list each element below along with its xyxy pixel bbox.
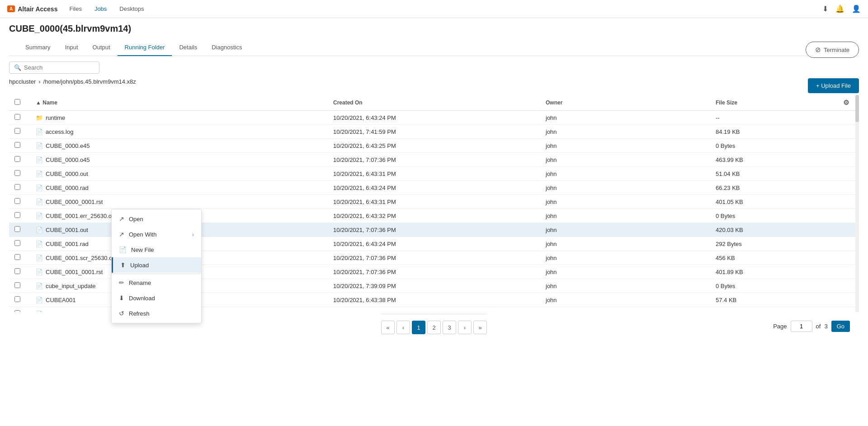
row-checkbox[interactable] <box>14 226 20 232</box>
page-label: Page <box>773 323 787 330</box>
page-number-input[interactable] <box>791 321 812 332</box>
row-checkbox-cell[interactable] <box>9 209 30 223</box>
th-select-all[interactable] <box>9 95 30 111</box>
tab-output[interactable]: Output <box>85 39 118 56</box>
scrollbar-thumb[interactable] <box>855 95 859 122</box>
context-item-icon: ✏ <box>119 279 124 286</box>
row-checkbox-cell[interactable] <box>9 139 30 153</box>
table-row[interactable]: 📄CUBE_0000.e45 10/20/2021, 6:43:25 PM jo… <box>9 139 859 153</box>
row-checkbox-cell[interactable] <box>9 223 30 237</box>
context-item-label: Download <box>129 295 155 302</box>
row-created: 10/20/2021, 7:07:36 PM <box>328 223 540 237</box>
tab-summary[interactable]: Summary <box>18 39 58 56</box>
row-created: 10/20/2021, 6:43:24 PM <box>328 237 540 251</box>
tab-running-folder[interactable]: Running Folder <box>118 39 172 56</box>
download-icon[interactable]: ⬇ <box>822 5 828 13</box>
row-name[interactable]: 📄CUBE_0000_0001.rst <box>30 195 328 209</box>
page-3[interactable]: 3 <box>443 321 456 334</box>
row-name[interactable]: 📄CUBE_0000.rad <box>30 181 328 195</box>
row-checkbox[interactable] <box>14 198 20 204</box>
row-checkbox[interactable] <box>14 114 20 120</box>
row-owner: john <box>540 265 710 279</box>
terminate-icon: ⊘ <box>815 46 821 54</box>
th-created[interactable]: Created On <box>328 95 540 111</box>
row-checkbox-cell[interactable] <box>9 279 30 293</box>
file-icon: 📄 <box>36 213 43 219</box>
row-checkbox-cell[interactable] <box>9 293 30 307</box>
nav-desktops[interactable]: Desktops <box>118 4 145 14</box>
file-icon: 📄 <box>36 297 43 303</box>
row-checkbox[interactable] <box>14 170 20 176</box>
context-menu-item-open-with[interactable]: ↗ Open With › <box>112 227 201 242</box>
row-checkbox-cell[interactable] <box>9 307 30 312</box>
row-checkbox-cell[interactable] <box>9 167 30 181</box>
row-checkbox[interactable] <box>14 142 20 148</box>
row-owner: john <box>540 139 710 153</box>
search-input[interactable] <box>24 64 94 71</box>
row-checkbox[interactable] <box>14 128 20 134</box>
table-row[interactable]: 📄CUBE_0000.out 10/20/2021, 6:43:31 PM jo… <box>9 167 859 181</box>
row-checkbox[interactable] <box>14 254 20 260</box>
row-checkbox-cell[interactable] <box>9 195 30 209</box>
row-checkbox-cell[interactable] <box>9 237 30 251</box>
row-checkbox-cell[interactable] <box>9 111 30 125</box>
scrollbar-track[interactable] <box>855 95 859 312</box>
table-row[interactable]: 📄CUBE_0000_0001.rst 10/20/2021, 6:43:31 … <box>9 195 859 209</box>
page-2[interactable]: 2 <box>427 321 441 334</box>
tab-input[interactable]: Input <box>58 39 85 56</box>
row-checkbox[interactable] <box>14 156 20 162</box>
row-name[interactable]: 📁runtime <box>30 111 328 125</box>
row-size: 0 Bytes <box>710 279 838 293</box>
search-bar[interactable]: 🔍 <box>9 62 99 74</box>
context-menu-item-rename[interactable]: ✏ Rename <box>112 275 201 290</box>
row-checkbox[interactable] <box>14 212 20 218</box>
breadcrumb-root[interactable]: hpccluster <box>9 78 36 85</box>
pagination: « ‹ 1 2 3 › » <box>381 314 487 341</box>
tab-details[interactable]: Details <box>172 39 204 56</box>
nav-files[interactable]: Files <box>68 4 82 14</box>
settings-gear-icon[interactable]: ⚙ <box>843 99 849 106</box>
row-owner: john <box>540 195 710 209</box>
context-menu-item-new-file[interactable]: 📄 New File <box>112 242 201 257</box>
row-size: 420.03 KB <box>710 223 838 237</box>
page-last[interactable]: » <box>473 321 487 334</box>
th-name[interactable]: ▲ Name <box>30 95 328 111</box>
upload-file-button[interactable]: + Upload File <box>808 78 859 93</box>
row-name[interactable]: 📄CUBE_0000.out <box>30 167 328 181</box>
table-row[interactable]: 📄CUBE_0000.o45 10/20/2021, 7:07:36 PM jo… <box>9 153 859 167</box>
th-size: File Size <box>710 95 838 111</box>
page-next[interactable]: › <box>458 321 472 334</box>
table-row[interactable]: 📁runtime 10/20/2021, 6:43:24 PM john -- <box>9 111 859 125</box>
context-item-icon: ↗ <box>119 215 124 222</box>
go-button[interactable]: Go <box>831 321 850 332</box>
row-checkbox-cell[interactable] <box>9 125 30 139</box>
tab-diagnostics[interactable]: Diagnostics <box>204 39 249 56</box>
row-checkbox-cell[interactable] <box>9 251 30 265</box>
row-checkbox-cell[interactable] <box>9 181 30 195</box>
context-menu-item-refresh[interactable]: ↺ Refresh <box>112 306 201 321</box>
table-row[interactable]: 📄access.log 10/20/2021, 7:41:59 PM john … <box>9 125 859 139</box>
row-checkbox-cell[interactable] <box>9 265 30 279</box>
row-name[interactable]: 📄CUBE_0000.o45 <box>30 153 328 167</box>
page-1[interactable]: 1 <box>412 321 425 334</box>
terminate-button[interactable]: ⊘ Terminate <box>806 42 859 58</box>
user-icon[interactable]: 👤 <box>852 5 861 13</box>
row-checkbox-cell[interactable] <box>9 153 30 167</box>
row-name[interactable]: 📄CUBE_0000.e45 <box>30 139 328 153</box>
row-checkbox[interactable] <box>14 282 20 288</box>
page-first[interactable]: « <box>381 321 395 334</box>
row-checkbox[interactable] <box>14 296 20 302</box>
row-name[interactable]: 📄access.log <box>30 125 328 139</box>
nav-jobs[interactable]: Jobs <box>94 4 108 14</box>
context-menu-item-upload[interactable]: ⬆ Upload <box>112 257 201 273</box>
row-checkbox[interactable] <box>14 184 20 190</box>
row-checkbox[interactable] <box>14 240 20 246</box>
bell-icon[interactable]: 🔔 <box>835 5 844 13</box>
file-icon: 📄 <box>36 199 43 205</box>
page-prev[interactable]: ‹ <box>396 321 410 334</box>
select-all-checkbox[interactable] <box>14 99 20 105</box>
context-menu-item-download[interactable]: ⬇ Download <box>112 290 201 306</box>
context-menu-item-open[interactable]: ↗ Open <box>112 211 201 227</box>
table-row[interactable]: 📄CUBE_0000.rad 10/20/2021, 6:43:24 PM jo… <box>9 181 859 195</box>
row-checkbox[interactable] <box>14 268 20 274</box>
